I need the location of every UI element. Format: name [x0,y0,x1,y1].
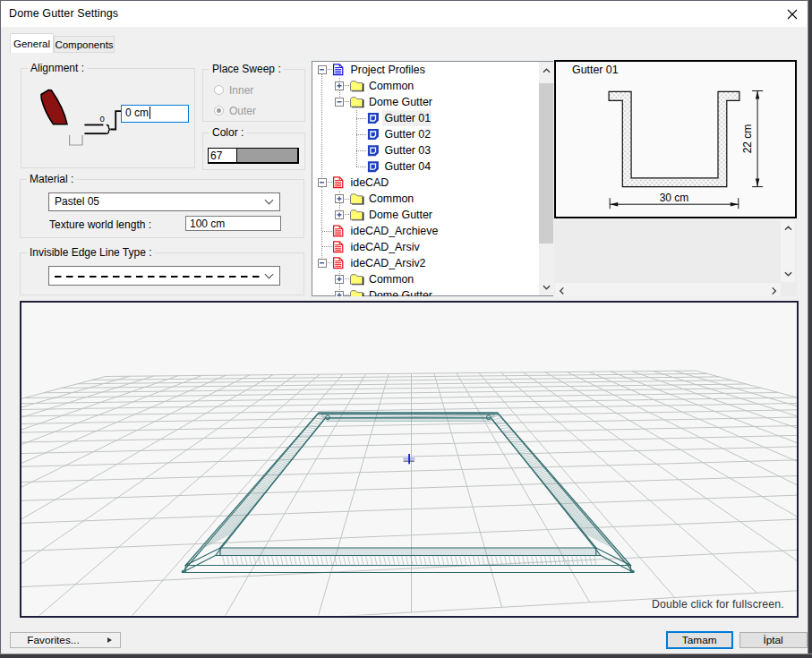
svg-text:Gutter 04: Gutter 04 [384,160,431,173]
svg-text:0: 0 [100,114,105,124]
svg-text:ideCAD_Arsiv2: ideCAD_Arsiv2 [350,256,425,269]
svg-text:Gutter 02: Gutter 02 [384,128,431,141]
svg-text:Gutter 01: Gutter 01 [384,112,431,124]
svg-text:Dome Gutter: Dome Gutter [369,209,432,221]
svg-text:Dome Gutter: Dome Gutter [369,289,432,296]
svg-text:ideCAD_Arsiv: ideCAD_Arsiv [350,241,420,253]
svg-text:22 cm: 22 cm [741,124,754,154]
svg-text:Double click for fullscreen.: Double click for fullscreen. [652,598,784,611]
svg-text:Common: Common [369,273,414,286]
svg-text:Gutter 03: Gutter 03 [384,144,431,157]
svg-text:30 cm: 30 cm [659,192,688,204]
svg-text:Common: Common [369,192,414,205]
svg-text:Common: Common [369,80,414,92]
svg-text:ideCAD_Archieve: ideCAD_Archieve [350,225,438,237]
svg-text:Dome Gutter: Dome Gutter [369,96,432,108]
svg-text:Project Profiles: Project Profiles [350,64,424,76]
svg-text:ideCAD: ideCAD [350,176,389,189]
